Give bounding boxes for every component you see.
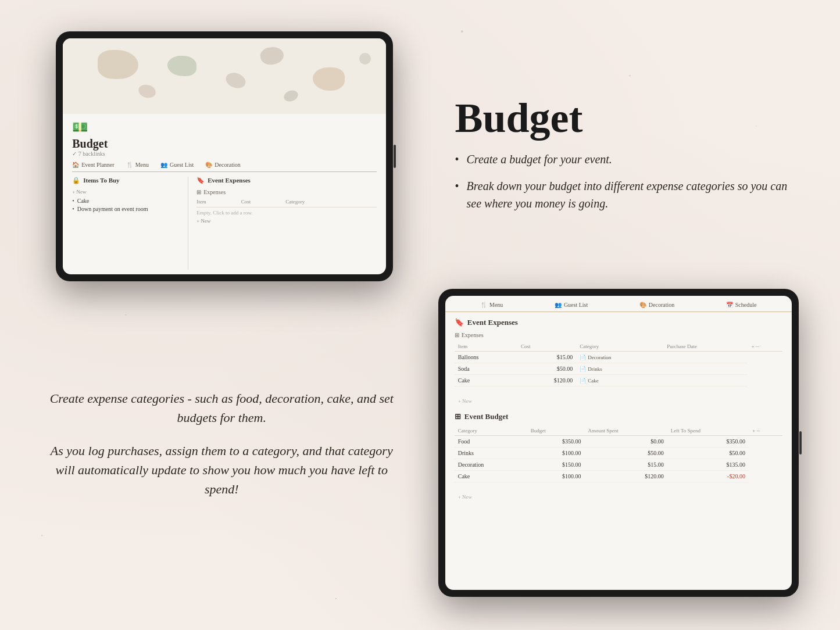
t2-nav-decoration[interactable]: 🎨 Decoration [639, 302, 674, 308]
nav-guest-list[interactable]: 👥 Guest List [160, 162, 194, 168]
expenses-table-header: Item Cost Category [196, 199, 377, 207]
decoration-icon: 🎨 [205, 162, 212, 168]
left-drinks: $50.00 [667, 448, 749, 459]
nav-event-planner[interactable]: 🏠 Event Planner [72, 162, 114, 168]
expenses-subsection: ⊞ Expenses [196, 189, 377, 195]
bullet-item-2: Break down your budget into different ex… [455, 177, 794, 212]
tablet-side-button [394, 145, 396, 168]
backlinks-check-icon: ✓ [72, 151, 77, 157]
t2-event-expenses-title: 🔖 Event Expenses [455, 318, 782, 327]
expenses-new-row[interactable]: + New [455, 396, 782, 406]
table-row: Balloons $15.00 📄 Decoration [455, 352, 782, 363]
blob-8 [283, 88, 300, 103]
item-soda: Soda [455, 363, 517, 375]
t2-guests-icon: 👥 [555, 302, 562, 308]
t2-content: 🔖 Event Expenses ⊞ Expenses Item [445, 312, 792, 508]
desc-paragraph-1: Create expense categories - such as food… [47, 389, 397, 427]
tablet-1-screen: 💵 Budget ✓ 7 backlinks 🏠 Event Planner 🍴 [63, 38, 386, 274]
spent-food: $0.00 [584, 436, 667, 448]
tablet-2-side-button [799, 431, 802, 454]
budget-cake: $100.00 [527, 471, 585, 482]
date-cake [663, 375, 748, 386]
money-icon: 💵 [72, 120, 377, 135]
budget-cat-cake: Cake [455, 471, 527, 482]
tablet-1-content: 💵 Budget ✓ 7 backlinks 🏠 Event Planner 🍴 [63, 114, 386, 274]
budget-col-actions: + ··· [749, 426, 782, 436]
t2-decoration-icon: 🎨 [639, 302, 646, 308]
nav-menu[interactable]: 🍴 Menu [126, 162, 149, 168]
bullet-icon-2: • [72, 206, 74, 212]
page-icon-3: 📄 [580, 378, 586, 384]
table-row: Food $350.00 $0.00 $350.00 [455, 436, 782, 448]
item-balloons: Balloons [455, 352, 517, 363]
left-cake: -$20.00 [667, 471, 749, 482]
guests-icon: 👥 [160, 162, 167, 168]
tablet-1: 💵 Budget ✓ 7 backlinks 🏠 Event Planner 🍴 [56, 31, 393, 281]
t2-navigation: 🍴 Menu 👥 Guest List 🎨 Decoration 📅 Sched… [445, 296, 792, 312]
t2-expenses-subsection: ⊞ Expenses [455, 332, 782, 338]
cost-cake: $120.00 [517, 375, 576, 386]
home-icon: 🏠 [72, 162, 79, 168]
t2-nav-guest-list[interactable]: 👥 Guest List [555, 302, 588, 308]
spent-cake: $120.00 [584, 471, 667, 482]
col-purchase-date: Purchase Date [663, 342, 748, 352]
budget-food: $350.00 [527, 436, 585, 448]
t2-table-icon: ⊞ [455, 332, 459, 338]
table-icon: ⊞ [196, 189, 201, 195]
page-icon: 📄 [580, 355, 586, 360]
tablet-right-container: 🍴 Menu 👥 Guest List 🎨 Decoration 📅 Sched… [420, 289, 817, 613]
t1-backlinks[interactable]: ✓ 7 backlinks [72, 151, 377, 157]
t2-nav-schedule[interactable]: 📅 Schedule [726, 302, 757, 308]
category-badge-cake: 📄 Cake [580, 378, 599, 384]
table-row: Decoration $150.00 $15.00 $135.00 [455, 459, 782, 471]
cost-soda: $50.00 [517, 363, 576, 375]
table-row: Drinks $100.00 $50.00 $50.00 [455, 448, 782, 459]
t2-menu-icon: 🍴 [480, 302, 487, 308]
col-category: Category [576, 342, 663, 352]
cat-soda: 📄 Drinks [576, 363, 663, 375]
cost-balloons: $15.00 [517, 352, 576, 363]
desc-paragraph-2: As you log purchases, assign them to a c… [47, 441, 397, 499]
cat-cake: 📄 Cake [576, 375, 663, 386]
blob-6 [359, 53, 371, 65]
menu-icon: 🍴 [126, 162, 133, 168]
budget-col-category: Category [455, 426, 527, 436]
t1-panels: 🔒 Items To Buy + New • Cake • Down payme… [72, 177, 377, 270]
left-description-panel: Create expense categories - such as food… [23, 289, 420, 613]
list-item-downpayment: • Down payment on event room [72, 206, 182, 212]
blob-2 [167, 56, 196, 76]
t1-items-to-buy-panel: 🔒 Items To Buy + New • Cake • Down payme… [72, 177, 188, 270]
table-row: Soda $50.00 📄 Drinks [455, 363, 782, 375]
date-balloons [663, 352, 748, 363]
budget-new-row[interactable]: + New [455, 492, 782, 502]
tablet-2: 🍴 Menu 👥 Guest List 🎨 Decoration 📅 Sched… [438, 289, 799, 597]
list-item-cake: • Cake [72, 198, 182, 204]
budget-table-header-row: Category Budget Amount Spent [455, 426, 782, 436]
t2-budget-icon: ⊞ [455, 412, 461, 421]
items-to-buy-title: 🔒 Items To Buy [72, 177, 182, 184]
budget-col-left-to-spend: Left To Spend [667, 426, 749, 436]
left-food: $350.00 [667, 436, 749, 448]
t2-event-budget-section: ⊞ Event Budget Category Budget [455, 412, 782, 502]
item-cake: Cake [455, 375, 517, 386]
terrazzo-banner [63, 38, 386, 114]
t2-nav-menu[interactable]: 🍴 Menu [480, 302, 503, 308]
empty-row-hint: Empty. Click to add a row. [196, 210, 377, 216]
col-cost: Cost [517, 342, 576, 352]
tablet-2-screen: 🍴 Menu 👥 Guest List 🎨 Decoration 📅 Sched… [445, 296, 792, 590]
bullet-icon: • [72, 198, 74, 204]
blob-1 [98, 50, 138, 79]
budget-cat-food: Food [455, 436, 527, 448]
t2-expenses-icon: 🔖 [455, 318, 464, 327]
nav-decoration[interactable]: 🎨 Decoration [205, 162, 240, 168]
budget-col-budget: Budget [527, 426, 585, 436]
items-new-button[interactable]: + New [72, 189, 182, 195]
budget-drinks: $100.00 [527, 448, 585, 459]
spent-decoration: $15.00 [584, 459, 667, 471]
blob-7 [137, 83, 158, 99]
category-badge-soda: 📄 Drinks [580, 366, 602, 372]
blob-4 [259, 45, 285, 66]
date-soda [663, 363, 748, 375]
expenses-new-button[interactable]: + New [196, 218, 377, 224]
table-row: Cake $100.00 $120.00 -$20.00 [455, 471, 782, 482]
